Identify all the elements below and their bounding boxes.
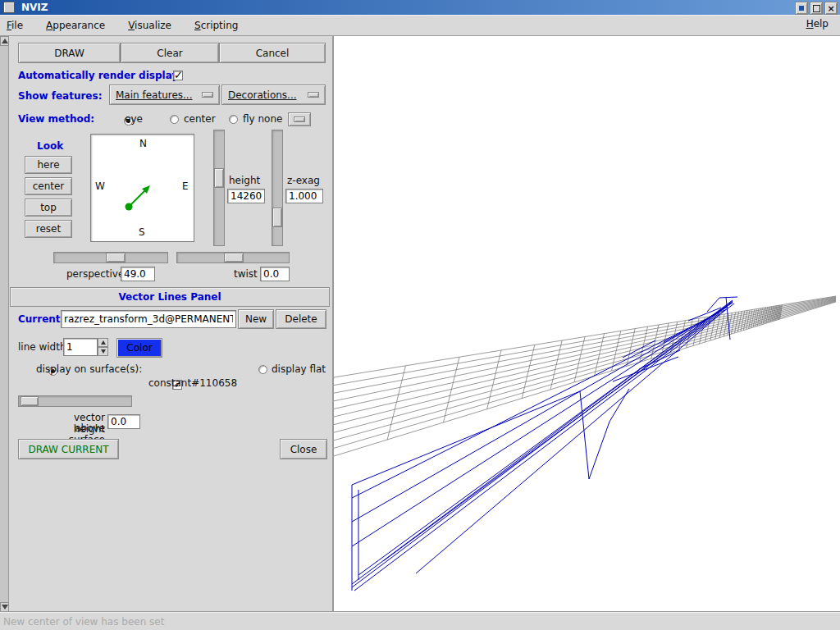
spin-down-icon xyxy=(101,349,106,354)
constant-surface-label: constant#110658 xyxy=(148,377,237,389)
compass-east-label: E xyxy=(182,180,189,192)
maximize-icon xyxy=(813,5,820,12)
menu-file[interactable]: File xyxy=(7,20,23,31)
3d-view-canvas[interactable] xyxy=(332,36,840,612)
perspective-label: perspective xyxy=(66,268,124,280)
minimize-icon xyxy=(799,6,804,11)
window-title: NVIZ xyxy=(21,2,48,13)
view-position-widget[interactable]: N S W E xyxy=(90,134,194,242)
line-width-input[interactable] xyxy=(63,338,98,356)
decorations-label: Decorations... xyxy=(228,89,297,101)
scroll-up-button[interactable] xyxy=(0,36,9,46)
close-panel-button[interactable]: Close xyxy=(280,439,327,459)
twist-input[interactable] xyxy=(260,267,290,281)
view-method-eye-label: eye xyxy=(125,113,143,125)
cancel-button[interactable]: Cancel xyxy=(219,43,326,63)
window-icon xyxy=(3,2,15,13)
display-flat-radio[interactable] xyxy=(258,365,267,374)
optionmenu-indicator-icon xyxy=(294,116,305,122)
titlebar[interactable]: NVIZ xyxy=(0,0,840,15)
show-features-label: Show features: xyxy=(18,90,102,102)
auto-render-label: Automatically render display: xyxy=(18,70,182,81)
line-width-spinner[interactable] xyxy=(98,338,108,356)
height-slider[interactable] xyxy=(213,130,225,246)
fly-options-menubutton[interactable] xyxy=(288,112,311,126)
auto-render-checkbox[interactable] xyxy=(173,71,183,80)
current-label: Current: xyxy=(18,313,64,325)
close-button[interactable] xyxy=(824,2,838,15)
view-method-fly-radio[interactable] xyxy=(229,115,238,124)
color-button[interactable]: Color xyxy=(116,338,162,358)
arrow-down-icon xyxy=(2,605,8,609)
vector-height-slider[interactable] xyxy=(18,395,132,407)
perspective-slider[interactable] xyxy=(53,252,168,263)
perspective-input[interactable] xyxy=(121,267,155,281)
look-reset-label: reset xyxy=(36,223,61,235)
cancel-button-label: Cancel xyxy=(256,48,290,59)
display-flat-label: display flat xyxy=(272,363,326,375)
view-method-center-radio[interactable] xyxy=(170,115,179,124)
look-label: Look xyxy=(37,140,63,152)
view-method-fly-label: fly none xyxy=(243,113,282,125)
panel-scrollbar[interactable] xyxy=(0,36,9,612)
compass-west-label: W xyxy=(95,180,105,192)
control-panel: DRAW Clear Cancel Automatically render d… xyxy=(9,36,332,612)
new-button[interactable]: New xyxy=(238,309,274,329)
current-vector-input[interactable] xyxy=(61,310,236,328)
spin-up-icon xyxy=(101,340,106,345)
optionmenu-indicator-icon xyxy=(202,92,213,98)
look-center-label: center xyxy=(33,180,65,192)
draw-current-button[interactable]: DRAW CURRENT xyxy=(18,439,119,459)
nviz-window: NVIZ File Appearance Visualize Scripting… xyxy=(0,0,840,630)
zexag-slider[interactable] xyxy=(272,130,283,246)
zexag-input[interactable] xyxy=(285,189,323,203)
compass-north-label: N xyxy=(139,138,147,149)
optionmenu-indicator-icon xyxy=(308,92,319,98)
clear-button-label: Clear xyxy=(157,48,182,59)
twist-slider[interactable] xyxy=(176,252,290,263)
menu-help[interactable]: Help xyxy=(806,18,829,30)
spin-up-button[interactable] xyxy=(98,338,108,347)
look-top-button[interactable]: top xyxy=(25,199,72,217)
menubar: File Appearance Visualize Scripting xyxy=(0,15,840,36)
look-reset-button[interactable]: reset xyxy=(25,220,72,238)
clear-button[interactable]: Clear xyxy=(121,43,219,63)
zexag-label: z-exag xyxy=(287,175,320,186)
compass-south-label: S xyxy=(139,226,145,238)
look-center-button[interactable]: center xyxy=(25,177,72,195)
menu-scripting[interactable]: Scripting xyxy=(194,20,238,31)
menu-visualize[interactable]: Visualize xyxy=(128,20,171,31)
3d-wireframe xyxy=(334,36,840,610)
perspective-slider-handle[interactable] xyxy=(106,253,126,262)
view-method-center-label: center xyxy=(184,113,216,125)
eye-direction-arrow-icon xyxy=(91,135,194,241)
delete-button[interactable]: Delete xyxy=(276,309,326,329)
vector-lines-panel-header: Vector Lines Panel xyxy=(10,287,330,307)
color-button-label: Color xyxy=(126,342,152,354)
vector-height-input[interactable] xyxy=(107,414,140,429)
menu-appearance[interactable]: Appearance xyxy=(46,20,105,31)
look-here-button[interactable]: here xyxy=(25,156,72,174)
status-message: New center of view has been set xyxy=(3,616,164,628)
vector-height-slider-handle[interactable] xyxy=(21,396,39,406)
spin-down-button[interactable] xyxy=(98,347,108,356)
vector-lines-panel-title: Vector Lines Panel xyxy=(118,291,221,303)
minimize-button[interactable] xyxy=(795,2,808,15)
height-slider-handle[interactable] xyxy=(214,168,224,188)
main-features-menubutton[interactable]: Main features... xyxy=(109,84,220,105)
decorations-menubutton[interactable]: Decorations... xyxy=(221,84,326,105)
close-icon xyxy=(827,2,834,14)
scroll-down-button[interactable] xyxy=(0,602,9,612)
twist-label: twist xyxy=(234,268,258,280)
draw-current-label: DRAW CURRENT xyxy=(28,444,108,455)
arrow-up-icon xyxy=(2,39,8,43)
twist-slider-handle[interactable] xyxy=(224,253,244,262)
height-input[interactable] xyxy=(227,189,265,203)
line-width-label: line width xyxy=(18,341,66,353)
zexag-slider-handle[interactable] xyxy=(272,208,282,227)
maximize-button[interactable] xyxy=(810,2,823,15)
view-method-label: View method: xyxy=(18,113,94,125)
delete-button-label: Delete xyxy=(285,313,317,325)
height-label: height xyxy=(229,175,260,186)
draw-button[interactable]: DRAW xyxy=(18,43,121,63)
